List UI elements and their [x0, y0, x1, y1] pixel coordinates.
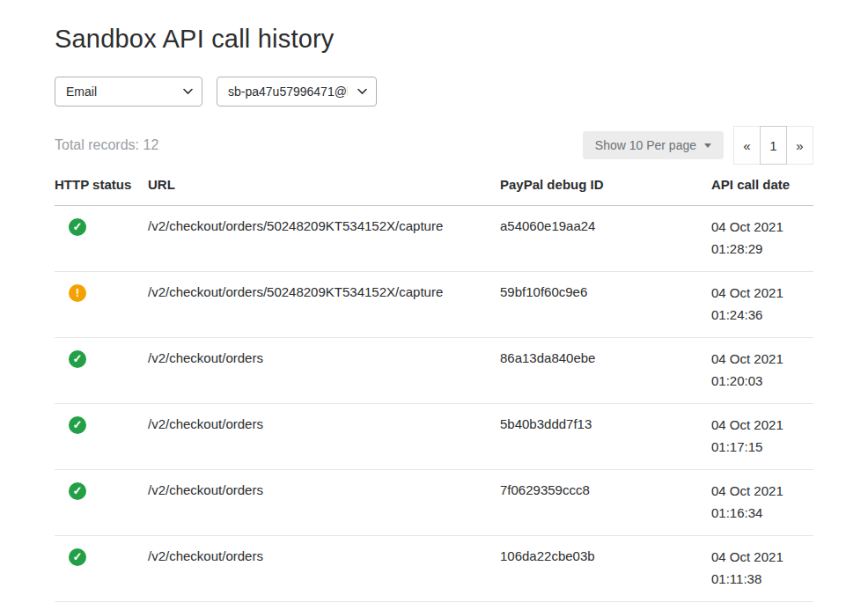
- debug-id-cell: 106da22cbe03b: [500, 536, 711, 602]
- caret-down-icon: [704, 143, 711, 148]
- column-header-http-status: HTTP status: [55, 175, 148, 206]
- table-row: !/v2/checkout/orders/50248209KT534152X/c…: [55, 272, 813, 338]
- api-call-date-cell: 04 Oct 202101:20:03: [711, 338, 813, 404]
- api-call-table: HTTP status URL PayPal debug ID API call…: [55, 175, 813, 610]
- http-status-cell: ✓: [55, 404, 148, 470]
- table-row: ✓/v2/checkout/orders7f0629359ccc804 Oct …: [55, 470, 813, 536]
- pagination-current-page[interactable]: 1: [760, 126, 787, 165]
- api-call-date-cell: 04 Oct 202101:11:08: [711, 602, 813, 610]
- pagination: « 1 »: [734, 126, 813, 165]
- url-cell: /v2/checkout/orders: [148, 470, 500, 536]
- date-text: 04 Oct 2021: [711, 546, 806, 568]
- filter-type-select-wrap: Email: [55, 77, 202, 107]
- table-body: ✓/v2/checkout/orders/50248209KT534152X/c…: [55, 206, 813, 610]
- total-records-label: Total records: 12: [55, 137, 158, 153]
- time-text: 01:28:29: [711, 238, 806, 260]
- page-container: Sandbox API call history Email sb-pa47u5…: [0, 0, 868, 610]
- api-call-date-cell: 04 Oct 202101:11:38: [711, 536, 813, 602]
- table-row: ✓/v2/checkout/orders106da22cbe03b04 Oct …: [55, 536, 813, 602]
- debug-id-cell: 7f0629359ccc8: [500, 470, 711, 536]
- date-text: 04 Oct 2021: [711, 282, 806, 304]
- url-cell: /v2/checkout/orders: [148, 338, 500, 404]
- table-row: ✓/v2/checkout/orders86a13da840ebe04 Oct …: [55, 338, 813, 404]
- table-row: !/v2/checkout/orders34fda8d09779c04 Oct …: [55, 602, 813, 610]
- pagination-next-button[interactable]: »: [786, 126, 813, 165]
- debug-id-cell: 5b40b3ddd7f13: [500, 404, 711, 470]
- url-cell: /v2/checkout/orders/50248209KT534152X/ca…: [148, 272, 500, 338]
- url-cell: /v2/checkout/orders: [148, 404, 500, 470]
- http-status-cell: ✓: [55, 206, 148, 272]
- per-page-label: Show 10 Per page: [595, 138, 696, 152]
- http-status-cell: ✓: [55, 338, 148, 404]
- api-call-date-cell: 04 Oct 202101:24:36: [711, 272, 813, 338]
- url-cell: /v2/checkout/orders: [148, 536, 500, 602]
- column-header-url: URL: [148, 175, 500, 206]
- success-icon: ✓: [69, 350, 86, 368]
- time-text: 01:11:38: [711, 568, 806, 590]
- time-text: 01:16:34: [711, 502, 806, 524]
- url-cell: /v2/checkout/orders: [148, 602, 500, 610]
- api-call-date-cell: 04 Oct 202101:17:15: [711, 404, 813, 470]
- table-header: HTTP status URL PayPal debug ID API call…: [55, 175, 813, 206]
- table-row: ✓/v2/checkout/orders/50248209KT534152X/c…: [55, 206, 813, 272]
- table-row: ✓/v2/checkout/orders5b40b3ddd7f1304 Oct …: [55, 404, 813, 470]
- http-status-cell: ✓: [55, 470, 148, 536]
- time-text: 01:17:15: [711, 436, 806, 458]
- success-icon: ✓: [69, 548, 86, 566]
- http-status-cell: !: [55, 272, 148, 338]
- api-call-date-cell: 04 Oct 202101:16:34: [711, 470, 813, 536]
- success-icon: ✓: [69, 416, 86, 434]
- column-header-debug-id: PayPal debug ID: [500, 175, 711, 206]
- date-text: 04 Oct 2021: [711, 216, 806, 238]
- debug-id-cell: 86a13da840ebe: [500, 338, 711, 404]
- time-text: 01:20:03: [711, 370, 806, 392]
- per-page-button[interactable]: Show 10 Per page: [583, 131, 724, 159]
- date-text: 04 Oct 2021: [711, 414, 806, 436]
- account-select[interactable]: sb-pa47u57996471@b: [217, 77, 377, 107]
- account-select-wrap: sb-pa47u57996471@b: [217, 77, 377, 107]
- filter-type-select[interactable]: Email: [55, 77, 202, 107]
- http-status-cell: !: [55, 602, 148, 610]
- debug-id-cell: 34fda8d09779c: [500, 602, 711, 610]
- api-call-date-cell: 04 Oct 202101:28:29: [711, 206, 813, 272]
- date-text: 04 Oct 2021: [711, 348, 806, 370]
- url-cell: /v2/checkout/orders/50248209KT534152X/ca…: [148, 206, 500, 272]
- column-header-api-call-date: API call date: [711, 175, 813, 206]
- date-text: 04 Oct 2021: [711, 480, 806, 502]
- debug-id-cell: a54060e19aa24: [500, 206, 711, 272]
- filter-bar: Email sb-pa47u57996471@b: [55, 77, 813, 107]
- success-icon: ✓: [69, 218, 86, 236]
- page-title: Sandbox API call history: [55, 25, 813, 54]
- right-controls: Show 10 Per page « 1 »: [583, 126, 813, 165]
- warning-icon: !: [69, 284, 86, 302]
- time-text: 01:24:36: [711, 304, 806, 326]
- http-status-cell: ✓: [55, 536, 148, 602]
- meta-row: Total records: 12 Show 10 Per page « 1 »: [55, 126, 813, 165]
- success-icon: ✓: [69, 482, 86, 500]
- pagination-prev-button[interactable]: «: [733, 126, 761, 165]
- debug-id-cell: 59bf10f60c9e6: [500, 272, 711, 338]
